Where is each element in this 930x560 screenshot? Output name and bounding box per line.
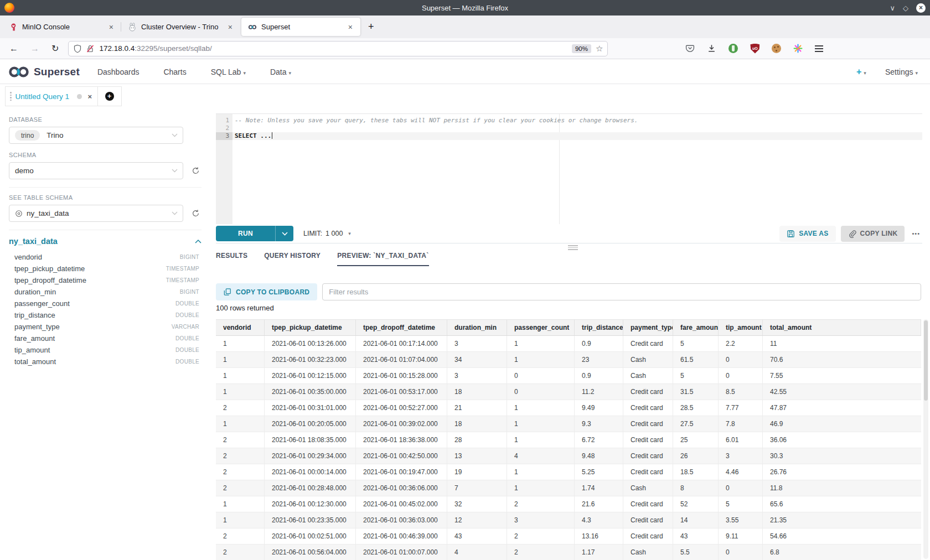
table-cell: 2021-06-01 00:39:02.000 (356, 416, 447, 432)
query-tabbar: Untitled Query 1 × + (0, 84, 930, 108)
back-button[interactable]: ← (3, 44, 24, 54)
shield-icon[interactable] (73, 44, 82, 53)
copy-to-clipboard-button[interactable]: COPY TO CLIPBOARD (216, 283, 317, 300)
tab-preview-ny-taxi-data[interactable]: PREVIEW: `NY_TAXI_DATA` (337, 252, 428, 266)
save-icon (787, 230, 795, 238)
table-cell: 2 (216, 545, 265, 560)
run-button[interactable]: RUN (216, 226, 275, 241)
tab-close-icon[interactable]: × (107, 23, 116, 32)
save-as-button[interactable]: SAVE AS (779, 226, 835, 242)
column-header[interactable]: duration_min (447, 320, 507, 335)
bookmark-star-icon[interactable]: ☆ (596, 44, 603, 54)
query-state-dot (77, 94, 82, 99)
forward-button[interactable]: → (24, 44, 45, 54)
filter-results-input[interactable] (322, 283, 921, 300)
database-select[interactable]: trino Trino (9, 127, 183, 144)
table-schema-header[interactable]: ny_taxi_data (9, 237, 202, 246)
add-query-tab-button[interactable]: + (97, 86, 122, 106)
chevron-down-icon: ▾ (348, 231, 351, 236)
run-options-button[interactable] (275, 226, 293, 241)
pocket-icon[interactable] (685, 44, 695, 53)
cookie-extension-icon[interactable] (772, 44, 781, 53)
results-scrollbar[interactable] (923, 319, 928, 559)
refresh-tables-button[interactable] (189, 208, 202, 220)
table-cell: 4 (447, 545, 507, 560)
query-tab[interactable]: Untitled Query 1 × (5, 86, 98, 106)
drag-handle-icon[interactable] (10, 92, 12, 101)
window-close-icon[interactable]: × (916, 3, 926, 13)
table-cell: 1 (507, 352, 575, 367)
database-select-value: Trino (46, 131, 63, 139)
browser-tab-minio[interactable]: MinIO Console × (2, 18, 121, 36)
table-name: ny_taxi_data (9, 237, 195, 246)
table-row: 22021-06-01 00:56:04.0002021-06-01 01:00… (216, 545, 921, 560)
column-type: BIGINT (180, 254, 199, 260)
chevron-up-icon[interactable] (195, 239, 202, 243)
page-zoom-badge[interactable]: 90% (572, 44, 591, 53)
ublock-origin-icon[interactable]: uO (750, 44, 760, 54)
table-cell: 65.6 (763, 496, 921, 512)
menu-icon[interactable] (815, 44, 823, 54)
column-row: tpep_pickup_datetime TIMESTAMP (9, 263, 202, 274)
superset-brand[interactable]: Superset (8, 66, 80, 78)
column-header[interactable]: tip_amount (719, 320, 763, 335)
chevron-down-icon: ▾ (864, 70, 866, 76)
table-cell: Cash (623, 545, 673, 560)
table-row: 22021-06-01 00:02:51.0002021-06-01 00:46… (216, 528, 921, 545)
new-tab-button[interactable]: + (361, 21, 381, 33)
limit-control[interactable]: LIMIT: 1 000 ▾ (303, 230, 351, 237)
column-header[interactable]: fare_amount (673, 320, 719, 335)
tab-title: Superset (261, 23, 346, 31)
settings-menu[interactable]: Settings▾ (885, 67, 918, 77)
schema-select[interactable]: demo (9, 162, 183, 179)
sql-editor[interactable]: 1 -- Note: Unless you save your query, t… (216, 113, 922, 224)
table-cell: 12 (447, 512, 507, 528)
query-tab-close-icon[interactable]: × (87, 92, 92, 101)
table-cell: 43 (673, 528, 719, 544)
copy-link-button[interactable]: COPY LINK (841, 226, 905, 242)
window-maximize-icon[interactable]: ◇ (903, 4, 908, 12)
column-header[interactable]: vendorid (216, 320, 265, 335)
containers-icon[interactable] (793, 44, 803, 53)
table-cell: 2021-06-01 00:17:14.000 (356, 336, 447, 351)
column-header[interactable]: tpep_dropoff_datetime (356, 320, 447, 335)
more-actions-button[interactable]: ••• (910, 230, 922, 237)
column-name: tip_amount (14, 346, 175, 354)
tab-close-icon[interactable]: × (226, 23, 235, 32)
refresh-schemas-button[interactable] (189, 165, 202, 177)
browser-tab-superset[interactable]: Superset × (241, 18, 360, 36)
reload-button[interactable]: ↻ (45, 43, 65, 54)
window-minimize-icon[interactable]: ∨ (890, 4, 895, 12)
table-cell: 2021-06-01 00:20:05.000 (265, 416, 356, 432)
column-header[interactable]: trip_distance (575, 320, 623, 335)
table-row: 12021-06-01 00:20:05.0002021-06-01 00:39… (216, 416, 921, 432)
pane-splitter-handle[interactable] (568, 244, 578, 251)
nav-item-data[interactable]: Data▾ (270, 68, 291, 76)
downloads-icon[interactable] (707, 44, 716, 53)
scrollbar-thumb[interactable] (924, 320, 928, 401)
sql-statement: SELECT ... (232, 132, 271, 140)
privacy-badger-icon[interactable] (728, 44, 738, 53)
table-row: 12021-06-01 00:23:35.0002021-06-01 00:36… (216, 512, 921, 528)
table-cell: 0.9 (575, 368, 623, 383)
column-header[interactable]: tpep_pickup_datetime (265, 320, 356, 335)
column-header[interactable]: passenger_count (507, 320, 575, 335)
column-header[interactable]: payment_type (623, 320, 673, 335)
nav-item-charts[interactable]: Charts (163, 68, 186, 76)
table-select[interactable]: ny_taxi_data (9, 205, 183, 222)
new-item-button[interactable]: +▾ (856, 67, 866, 77)
column-header[interactable]: total_amount (763, 320, 921, 335)
table-cell: Credit card (623, 384, 673, 400)
nav-item-dashboards[interactable]: Dashboards (97, 68, 140, 76)
nav-item-sqllab[interactable]: SQL Lab▾ (211, 68, 246, 76)
url-bar[interactable]: 172.18.0.4:32295/superset/sqllab/ 90% ☆ (68, 41, 608, 56)
tab-query-history[interactable]: QUERY HISTORY (264, 252, 321, 266)
tab-results[interactable]: RESULTS (216, 252, 247, 266)
table-icon (15, 210, 23, 217)
insecure-lock-icon[interactable] (86, 44, 95, 53)
column-type: DOUBLE (175, 347, 199, 353)
tab-close-icon[interactable]: × (346, 23, 355, 32)
browser-tab-trino[interactable]: Cluster Overview - Trino × (121, 18, 240, 36)
column-name: fare_amount (14, 334, 175, 343)
tab-title: Cluster Overview - Trino (141, 23, 226, 31)
